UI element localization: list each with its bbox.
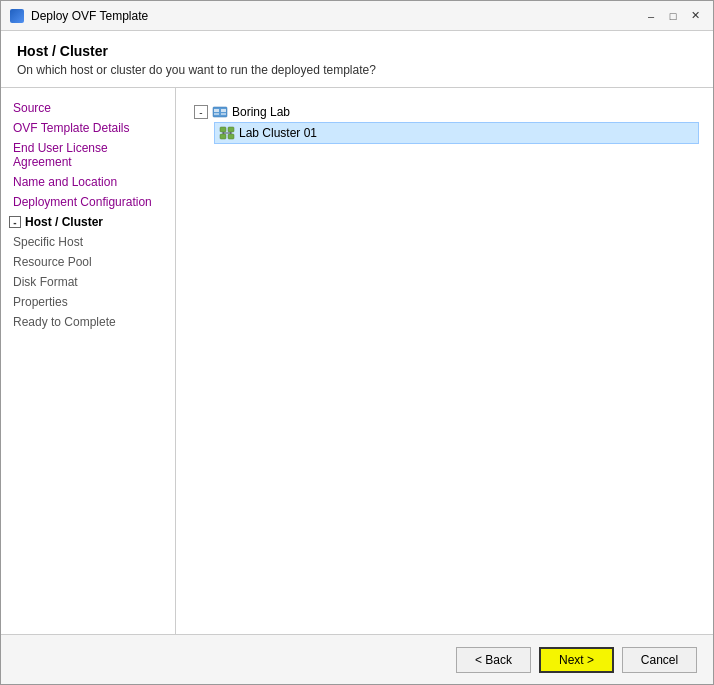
header-subtitle: On which host or cluster do you want to …: [17, 63, 697, 77]
svg-rect-8: [228, 134, 234, 139]
collapse-icon[interactable]: -: [9, 216, 21, 228]
tree-root-label: Boring Lab: [232, 105, 290, 119]
window-icon: [9, 8, 25, 24]
cancel-button[interactable]: Cancel: [622, 647, 697, 673]
sidebar-item-resource-pool: Resource Pool: [1, 252, 175, 272]
sidebar-item-name-and-location[interactable]: Name and Location: [1, 172, 175, 192]
datacenter-icon: [212, 104, 228, 120]
tree-container: - Boring Lab: [186, 98, 703, 148]
footer: < Back Next > Cancel: [1, 634, 713, 684]
svg-rect-5: [220, 127, 226, 132]
close-button[interactable]: ✕: [685, 6, 705, 26]
svg-rect-3: [214, 113, 219, 115]
sidebar-item-deployment-configuration[interactable]: Deployment Configuration: [1, 192, 175, 212]
sidebar-item-host-cluster[interactable]: - Host / Cluster: [1, 212, 175, 232]
tree-expand-icon[interactable]: -: [194, 105, 208, 119]
tree-root-item[interactable]: - Boring Lab: [190, 102, 699, 122]
svg-rect-1: [214, 109, 219, 112]
sidebar-item-host-cluster-label: Host / Cluster: [25, 215, 103, 229]
deploy-ovf-window: Deploy OVF Template – □ ✕ Host / Cluster…: [0, 0, 714, 685]
tree-child-lab-cluster[interactable]: Lab Cluster 01: [214, 122, 699, 144]
sidebar-item-eula[interactable]: End User License Agreement: [1, 138, 175, 172]
title-bar: Deploy OVF Template – □ ✕: [1, 1, 713, 31]
svg-rect-4: [221, 113, 226, 115]
sidebar-item-ready-to-complete: Ready to Complete: [1, 312, 175, 332]
sidebar-item-properties: Properties: [1, 292, 175, 312]
content-area: - Boring Lab: [176, 88, 713, 634]
tree-child-label: Lab Cluster 01: [239, 126, 317, 140]
svg-rect-6: [228, 127, 234, 132]
header-title: Host / Cluster: [17, 43, 697, 59]
back-button[interactable]: < Back: [456, 647, 531, 673]
sidebar-item-specific-host: Specific Host: [1, 232, 175, 252]
minimize-button[interactable]: –: [641, 6, 661, 26]
svg-rect-7: [220, 134, 226, 139]
next-button[interactable]: Next >: [539, 647, 614, 673]
window-controls: – □ ✕: [641, 6, 705, 26]
sidebar: Source OVF Template Details End User Lic…: [1, 88, 176, 634]
header: Host / Cluster On which host or cluster …: [1, 31, 713, 88]
svg-rect-2: [221, 109, 226, 112]
window-title: Deploy OVF Template: [31, 9, 641, 23]
sidebar-item-source[interactable]: Source: [1, 98, 175, 118]
sidebar-item-ovf-template-details[interactable]: OVF Template Details: [1, 118, 175, 138]
sidebar-item-disk-format: Disk Format: [1, 272, 175, 292]
maximize-button[interactable]: □: [663, 6, 683, 26]
main-content: Source OVF Template Details End User Lic…: [1, 88, 713, 634]
cluster-icon: [219, 125, 235, 141]
